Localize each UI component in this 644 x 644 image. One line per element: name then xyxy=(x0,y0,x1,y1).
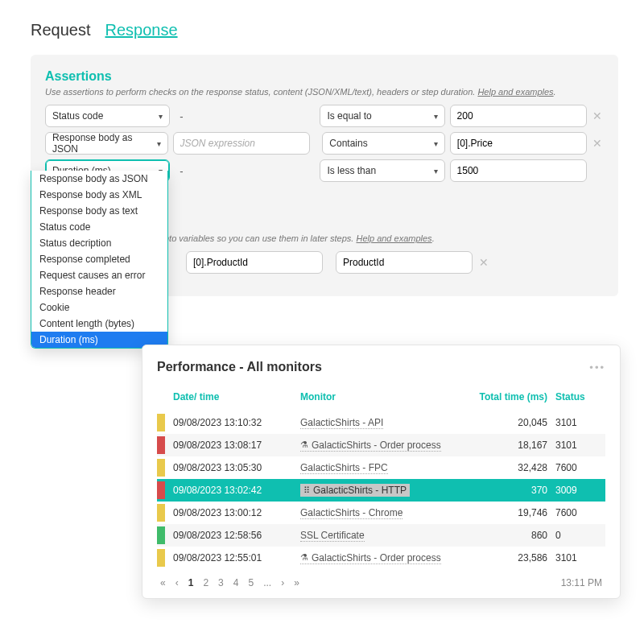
dropdown-option[interactable]: Response body as text xyxy=(31,203,167,219)
table-row[interactable]: 09/08/2023 12:55:01⚗GalacticShirts - Ord… xyxy=(157,547,605,569)
assertion-source-select[interactable]: Response body as JSON ▾ xyxy=(45,132,168,155)
pager-page[interactable]: 4 xyxy=(233,577,239,588)
assertion-source-dropdown[interactable]: Response body as JSON Response body as X… xyxy=(31,171,168,349)
pager-page[interactable]: 3 xyxy=(218,577,224,588)
assertion-value-field[interactable] xyxy=(457,165,580,176)
delete-assertion-button[interactable]: ✕ xyxy=(592,109,604,122)
table-row[interactable]: 09/08/2023 13:05:30GalacticShirts - FPC3… xyxy=(157,456,605,479)
cell-datetime: 09/08/2023 13:08:17 xyxy=(173,440,292,451)
status-color-bar xyxy=(157,526,165,544)
assertion-source-select[interactable]: Status code ▾ xyxy=(45,105,170,127)
delete-assertion-button[interactable]: ✕ xyxy=(592,137,604,150)
assertion-row: Response body as JSON ▾ Contains ▾ ✕ xyxy=(45,132,604,155)
variable-expression-field[interactable] xyxy=(193,257,316,268)
select-label: Is equal to xyxy=(327,110,371,122)
assertion-operator-select[interactable]: Is equal to ▾ xyxy=(320,105,444,127)
card-menu-button[interactable]: ••• xyxy=(589,361,605,374)
dropdown-option[interactable]: Response header xyxy=(31,283,167,299)
select-label: Status code xyxy=(52,110,103,122)
status-color-bar xyxy=(157,481,165,499)
flask-icon: ⚗ xyxy=(300,552,308,563)
th-monitor: Monitor xyxy=(300,391,449,402)
assertion-operator-select[interactable]: Contains ▾ xyxy=(322,132,445,155)
assertion-operator-select[interactable]: Is less than ▾ xyxy=(320,159,444,182)
monitor-link[interactable]: SSL Certificate xyxy=(300,530,365,542)
assertion-value-field[interactable] xyxy=(457,110,580,122)
assertion-value-input[interactable] xyxy=(450,105,587,127)
status-color-bar xyxy=(157,459,165,477)
dropdown-option[interactable]: Request causes an error xyxy=(31,267,167,283)
assertion-value-input[interactable] xyxy=(450,132,587,155)
variable-name-input[interactable] xyxy=(336,251,473,274)
assertions-desc: Use assertions to perform checks on the … xyxy=(45,87,604,97)
cell-status: 3101 xyxy=(555,417,604,428)
chevron-down-icon: ▾ xyxy=(157,139,161,148)
pager-page[interactable]: 1 xyxy=(188,577,194,588)
drag-icon: ⠿ xyxy=(303,485,310,496)
dropdown-option[interactable]: Status decription xyxy=(31,235,167,251)
assertion-row: Status code ▾ - Is equal to ▾ ✕ xyxy=(45,105,604,127)
monitor-link[interactable]: ⚗GalacticShirts - Order process xyxy=(300,552,441,564)
monitor-link[interactable]: ⠿GalacticShirts - HTTP xyxy=(300,484,410,497)
assertion-property-static: - xyxy=(175,110,299,122)
monitor-link[interactable]: GalacticShirts - API xyxy=(300,417,383,429)
monitor-name: SSL Certificate xyxy=(300,530,365,541)
monitor-name: GalacticShirts - Chrome xyxy=(300,507,402,518)
delete-variable-button[interactable]: ✕ xyxy=(477,256,490,269)
chevron-down-icon: ▾ xyxy=(434,167,438,175)
json-expression-field[interactable] xyxy=(180,138,303,149)
dropdown-option[interactable]: Cookie xyxy=(31,299,167,316)
table-row[interactable]: 09/08/2023 13:10:32GalacticShirts - API2… xyxy=(157,411,605,434)
cell-totaltime: 860 xyxy=(457,530,547,541)
cell-datetime: 09/08/2023 12:55:01 xyxy=(173,552,292,564)
cell-datetime: 09/08/2023 13:10:32 xyxy=(173,417,292,428)
pager-page[interactable]: 5 xyxy=(248,577,254,588)
cell-totaltime: 370 xyxy=(457,485,547,496)
performance-table: Date/ time Monitor Total time (ms) Statu… xyxy=(157,386,605,569)
status-color-bar xyxy=(157,549,165,567)
pager-page[interactable]: 2 xyxy=(203,577,208,588)
cell-status: 3101 xyxy=(555,552,604,564)
dropdown-option[interactable]: Status code xyxy=(31,219,167,235)
tab-request[interactable]: Request xyxy=(31,21,91,39)
pager-more: ... xyxy=(263,577,271,588)
pager-first-button[interactable]: « xyxy=(160,577,166,588)
assertions-help-link[interactable]: Help and examples xyxy=(477,87,553,97)
assertion-value-field[interactable] xyxy=(457,138,580,149)
pager-next-button[interactable]: › xyxy=(281,577,284,588)
assertion-value-input[interactable] xyxy=(450,159,587,182)
table-row[interactable]: 09/08/2023 13:08:17⚗GalacticShirts - Ord… xyxy=(157,434,605,456)
monitor-link[interactable]: ⚗GalacticShirts - Order process xyxy=(300,440,441,452)
assertion-property-static: - xyxy=(175,165,299,177)
table-row[interactable]: 09/08/2023 12:58:56SSL Certificate8600 xyxy=(157,524,605,547)
cell-datetime: 09/08/2023 12:58:56 xyxy=(173,530,292,541)
tab-response[interactable]: Response xyxy=(105,21,178,39)
status-color-bar xyxy=(157,504,165,522)
assertions-title: Assertions xyxy=(45,69,604,84)
monitor-link[interactable]: GalacticShirts - FPC xyxy=(300,462,388,474)
dropdown-option[interactable]: Response body as XML xyxy=(31,187,167,203)
dropdown-option[interactable]: Response completed xyxy=(31,251,167,267)
dropdown-option[interactable]: Content length (bytes) xyxy=(31,316,167,332)
cell-status: 7600 xyxy=(555,462,604,473)
assertion-property-input[interactable] xyxy=(173,132,310,155)
variables-help-link[interactable]: Help and examples xyxy=(356,233,431,243)
variable-name-field[interactable] xyxy=(343,257,465,268)
cell-datetime: 09/08/2023 13:00:12 xyxy=(173,507,292,518)
table-row[interactable]: 09/08/2023 13:00:12GalacticShirts - Chro… xyxy=(157,502,605,524)
select-label: Response body as JSON xyxy=(52,132,152,155)
variable-expression-input[interactable] xyxy=(186,251,323,274)
monitor-link[interactable]: GalacticShirts - Chrome xyxy=(300,507,402,519)
performance-title: Performance - All monitors xyxy=(157,360,322,374)
tab-bar: Request Response xyxy=(31,21,178,39)
table-row[interactable]: 09/08/2023 13:02:42⠿GalacticShirts - HTT… xyxy=(157,479,605,502)
th-totaltime: Total time (ms) xyxy=(457,391,547,402)
th-datetime: Date/ time xyxy=(173,391,292,402)
pager-prev-button[interactable]: ‹ xyxy=(175,577,179,588)
cell-datetime: 09/08/2023 13:05:30 xyxy=(173,462,292,473)
pager-last-button[interactable]: » xyxy=(294,577,299,588)
chevron-down-icon: ▾ xyxy=(434,139,438,148)
chevron-down-icon: ▾ xyxy=(434,112,438,121)
dropdown-option[interactable]: Response body as JSON xyxy=(31,171,167,187)
performance-card: Performance - All monitors ••• Date/ tim… xyxy=(142,345,621,599)
